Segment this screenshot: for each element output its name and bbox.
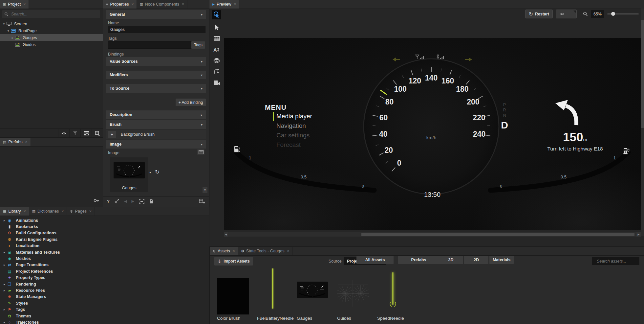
- tree-item-rootpage[interactable]: ▾RootPage: [0, 27, 103, 34]
- menu-item-navigation[interactable]: Navigation: [273, 121, 312, 130]
- binding-group-to-source[interactable]: To Source▾: [106, 84, 206, 93]
- tab-node-components[interactable]: ⊡ Node Components ×: [137, 0, 187, 9]
- lock-icon[interactable]: [149, 199, 154, 204]
- add-column-icon[interactable]: [199, 199, 205, 204]
- nav-forward-icon[interactable]: ▶: [131, 199, 134, 203]
- close-icon[interactable]: ×: [287, 249, 289, 253]
- preview-horizontal-scrollbar[interactable]: ◀ ▶: [224, 232, 641, 237]
- name-field[interactable]: [108, 26, 205, 33]
- asset-gauges[interactable]: Gauges: [297, 268, 330, 324]
- tab-properties[interactable]: ≡ Properties ×: [103, 0, 137, 9]
- connections-tool[interactable]: [212, 67, 221, 76]
- close-icon[interactable]: ×: [182, 2, 184, 7]
- key-icon[interactable]: [94, 198, 99, 204]
- close-icon[interactable]: ×: [24, 209, 26, 214]
- project-search[interactable]: [2, 10, 100, 18]
- add-background-brush-button[interactable]: +: [108, 131, 116, 138]
- tab-project[interactable]: ⊞ Project ×: [0, 0, 29, 9]
- zoom-level-value[interactable]: 65%: [591, 10, 604, 18]
- library-item-kanzi-engine-plugins[interactable]: ⚙Kanzi Engine Plugins: [0, 236, 209, 243]
- expander-icon[interactable]: ▸: [3, 251, 6, 254]
- assets-search-input[interactable]: [596, 259, 644, 264]
- image-resource-card[interactable]: Gauges: [110, 157, 148, 192]
- tags-field[interactable]: [108, 41, 191, 49]
- library-item-property-types[interactable]: ✦Property Types: [0, 275, 209, 281]
- interact-tool[interactable]: [212, 10, 221, 19]
- image-dropdown-icon[interactable]: ▾: [149, 171, 151, 174]
- expander-icon[interactable]: ▸: [3, 321, 6, 324]
- tab-pages[interactable]: ⋔ Pages ×: [67, 207, 95, 216]
- general-section-header[interactable]: General ▾: [106, 10, 206, 19]
- filter-3d[interactable]: 3D: [439, 256, 463, 264]
- add-binding-button[interactable]: + Add Binding: [176, 99, 206, 106]
- close-icon[interactable]: ×: [234, 2, 236, 7]
- tab-assets[interactable]: ⋔ Assets ×: [210, 247, 238, 255]
- scrollbar-thumb[interactable]: [361, 233, 634, 236]
- expander-icon[interactable]: ▸: [3, 219, 6, 222]
- import-assets-button[interactable]: ⇩ Import Assets: [214, 257, 253, 266]
- library-item-page-transitions[interactable]: ▸⇄Page Transitions: [0, 262, 209, 268]
- font-size-tool[interactable]: A: [212, 45, 221, 54]
- checkered-grid-icon[interactable]: [80, 129, 92, 137]
- restart-button[interactable]: ↻ Restart: [525, 10, 553, 18]
- scroll-right-button[interactable]: ▶: [636, 232, 641, 237]
- image-reset-icon[interactable]: ↻: [155, 169, 160, 175]
- binding-group-value-sources[interactable]: Value Sources▾: [106, 57, 206, 66]
- library-item-styles[interactable]: ✎Styles: [0, 300, 209, 306]
- library-item-build-configurations[interactable]: ⚙Build Configurations: [0, 230, 209, 236]
- tree-expander-icon[interactable]: ▾: [2, 22, 6, 26]
- help-icon[interactable]: ?: [107, 199, 110, 204]
- tree-item-gauges[interactable]: ▸Gauges: [0, 34, 103, 41]
- detach-arrows-icon[interactable]: [114, 199, 119, 204]
- image-section-header[interactable]: Image ▾: [106, 140, 206, 149]
- asset-color-brush[interactable]: Color Brush: [217, 268, 250, 324]
- library-item-resource-files[interactable]: ▸▰Resource Files: [0, 287, 209, 293]
- library-item-animations[interactable]: ▸◉Animations: [0, 217, 209, 223]
- zoom-slider-thumb[interactable]: [611, 12, 615, 16]
- expander-icon[interactable]: ▸: [3, 283, 6, 286]
- menu-item-car-settings[interactable]: Car settings: [273, 131, 312, 140]
- select-tool[interactable]: [212, 23, 221, 32]
- binding-group-modifiers[interactable]: Modifiers▾: [106, 71, 206, 79]
- close-icon[interactable]: ×: [61, 209, 64, 214]
- close-icon[interactable]: ×: [233, 249, 235, 253]
- tree-expander-icon[interactable]: ▸: [11, 36, 14, 39]
- scroll-left-button[interactable]: ◀: [224, 232, 228, 237]
- close-icon[interactable]: ×: [23, 2, 26, 7]
- tags-button[interactable]: Tags: [191, 41, 205, 49]
- expander-icon[interactable]: ▸: [3, 289, 6, 292]
- filter-2d[interactable]: 2D: [464, 256, 488, 264]
- layers-tool[interactable]: [212, 56, 221, 65]
- expander-icon[interactable]: ▸: [3, 308, 6, 311]
- expander-icon[interactable]: ▸: [3, 263, 6, 266]
- library-item-trajectories[interactable]: ▸◌Trajectories: [0, 319, 209, 324]
- tab-preview[interactable]: ▶ Preview ×: [209, 0, 239, 9]
- close-icon[interactable]: ×: [25, 140, 28, 144]
- library-item-tags[interactable]: ▸⚑Tags: [0, 306, 209, 312]
- preview-vertical-scrollbar[interactable]: [641, 9, 644, 236]
- library-item-materials-and-textures[interactable]: ▸▣Materials and Textures: [0, 249, 209, 255]
- tab-prefabs[interactable]: ▤ Prefabs ×: [0, 138, 31, 146]
- filter-materials[interactable]: Materials: [489, 256, 514, 264]
- filter-prefabs[interactable]: Prefabs: [398, 256, 439, 264]
- filter-all-assets[interactable]: All Assets: [356, 256, 394, 264]
- image-panel-icon[interactable]: [197, 149, 204, 155]
- tree-item-guides[interactable]: Guides: [0, 41, 103, 48]
- asset-speedneedle[interactable]: SpeedNeedle: [377, 268, 410, 324]
- search-input[interactable]: [11, 12, 98, 17]
- scrollbar-thumb[interactable]: [641, 20, 644, 128]
- grid-tool[interactable]: [212, 34, 221, 43]
- cluster-preview-viewport[interactable]: 020406080100120140160180200220240: [224, 38, 641, 230]
- library-item-localization[interactable]: ◐Localization: [0, 243, 209, 249]
- close-icon[interactable]: ×: [131, 2, 134, 7]
- library-item-project-references[interactable]: ▤Project References: [0, 268, 209, 274]
- library-item-themes[interactable]: ✿Themes: [0, 313, 209, 319]
- asset-fuelbatteryneedle[interactable]: FuelBatteryNeedle: [257, 268, 290, 324]
- tree-item-screen[interactable]: ▾Screen: [0, 20, 103, 27]
- menu-item-forecast[interactable]: Forecast: [273, 140, 312, 150]
- nav-back-icon[interactable]: ◀: [124, 199, 127, 203]
- asset-guides[interactable]: Guides: [337, 268, 370, 324]
- menu-item-media-player[interactable]: Media player: [273, 112, 312, 121]
- preview-visibility-button[interactable]: [556, 10, 577, 18]
- description-section-header[interactable]: Description ▸: [106, 110, 206, 119]
